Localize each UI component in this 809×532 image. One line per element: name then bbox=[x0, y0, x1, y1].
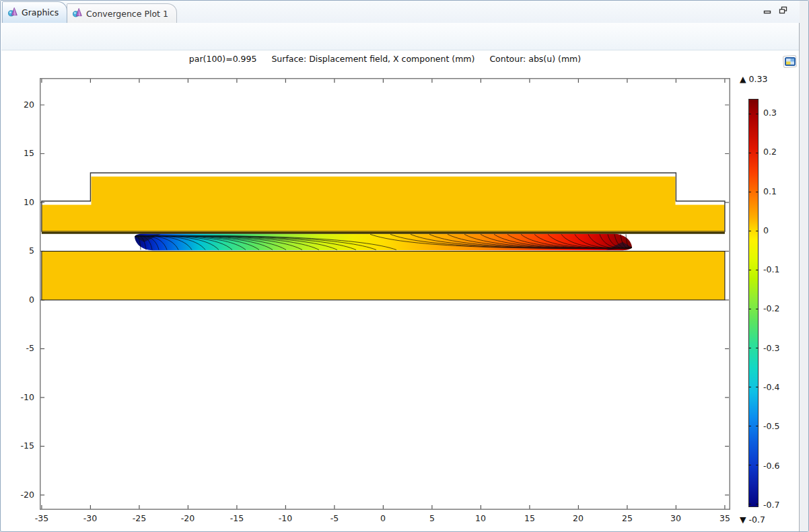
y-tick-label: -5 bbox=[9, 343, 34, 353]
x-tick-label: -30 bbox=[83, 513, 97, 523]
colorbar-tick-label: -0.4 bbox=[763, 382, 779, 392]
lower-plate-shape bbox=[42, 252, 725, 301]
y-tick-label: 10 bbox=[9, 197, 34, 207]
title-surface: Surface: Displacement field, X component… bbox=[271, 54, 474, 64]
colorbar-tick-label: -0.5 bbox=[763, 421, 779, 431]
y-tick-label: 20 bbox=[9, 100, 34, 110]
colorbar-tick-label: -0.2 bbox=[763, 303, 779, 313]
colorbar-tick-label: -0.1 bbox=[763, 264, 779, 274]
x-tick-label: 25 bbox=[622, 513, 633, 523]
y-tick-label: 15 bbox=[9, 148, 34, 158]
restore-icon[interactable] bbox=[778, 6, 787, 14]
x-tick-label: 15 bbox=[524, 513, 535, 523]
x-tick-label: -10 bbox=[279, 513, 292, 523]
graphics-window: Graphics Convergence Plot 1 bbox=[0, 0, 809, 532]
max-marker-icon: ▲ bbox=[740, 74, 746, 84]
plot-canvas-area: par(100)=0.995 Surface: Displacement fie… bbox=[1, 51, 799, 532]
title-contour: Contour: abs(u) (mm) bbox=[489, 54, 581, 64]
x-tick-label: 30 bbox=[670, 513, 681, 523]
x-tick-label: 0 bbox=[380, 513, 386, 523]
upper-plate-deformed-shape bbox=[42, 177, 725, 233]
window-edge-strip bbox=[799, 1, 808, 531]
image-tools-icon[interactable] bbox=[782, 55, 798, 69]
view-controls bbox=[763, 6, 787, 14]
x-tick-label: -35 bbox=[35, 513, 48, 523]
y-tick-label: 0 bbox=[9, 295, 34, 305]
x-tick-label: -20 bbox=[181, 513, 195, 523]
colorbar-tick-label: 0.1 bbox=[763, 186, 777, 196]
tab-convergence-plot[interactable]: Convergence Plot 1 bbox=[67, 3, 177, 23]
min-marker-icon: ▼ bbox=[740, 515, 746, 525]
x-tick-label: 10 bbox=[475, 513, 486, 523]
colorbar-tick-label: -0.7 bbox=[763, 500, 779, 510]
colorbar-tick-label: 0 bbox=[763, 225, 769, 235]
y-tick-label: -20 bbox=[9, 490, 34, 500]
colorbar-tick-label: -0.6 bbox=[763, 461, 779, 471]
y-tick-label: 5 bbox=[9, 245, 34, 256]
title-parameter: par(100)=0.995 bbox=[189, 54, 257, 64]
plot-title: par(100)=0.995 Surface: Displacement fie… bbox=[40, 54, 730, 64]
colorbar-tick-label: 0.2 bbox=[763, 147, 777, 157]
y-tick-label: -15 bbox=[9, 441, 34, 451]
minimize-icon[interactable] bbox=[763, 6, 772, 14]
colorbar-max: ▲ 0.33 bbox=[740, 74, 767, 84]
colorbar-min: ▼ -0.7 bbox=[740, 515, 765, 525]
plot-figure[interactable] bbox=[40, 78, 730, 510]
x-tick-label: 35 bbox=[719, 513, 730, 523]
y-tick-label: -10 bbox=[9, 392, 34, 402]
x-tick-label: 20 bbox=[573, 513, 584, 523]
graphics-toolbar bbox=[1, 23, 799, 50]
x-tick-label: 5 bbox=[429, 513, 435, 523]
x-tick-label: -15 bbox=[230, 513, 244, 523]
colorbar-tick-label: 0.3 bbox=[763, 108, 777, 118]
colorbar bbox=[748, 99, 759, 507]
tab-strip: Graphics Convergence Plot 1 bbox=[1, 1, 800, 23]
graphics-plot-icon bbox=[73, 7, 83, 20]
x-tick-label: -25 bbox=[133, 513, 146, 523]
tab-label: Graphics bbox=[22, 7, 59, 17]
x-tick-label: -5 bbox=[330, 513, 339, 523]
tab-label: Convergence Plot 1 bbox=[86, 9, 168, 19]
colorbar-tick-label: -0.3 bbox=[763, 343, 779, 353]
tab-graphics[interactable]: Graphics bbox=[2, 1, 67, 23]
graphics-plot-icon bbox=[8, 7, 18, 19]
